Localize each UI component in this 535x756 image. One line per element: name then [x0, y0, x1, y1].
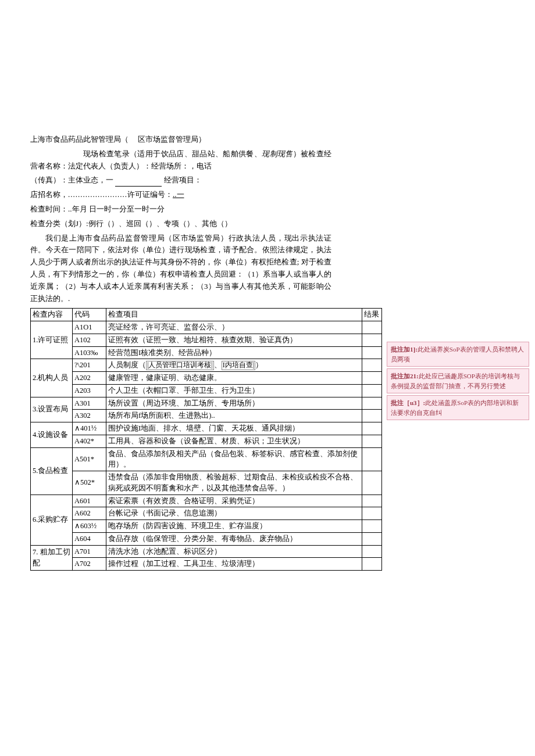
- annotation-1: 批注加1]:此处涵养炭SoP表的管理人员和禁聘人员两项: [387, 342, 529, 367]
- header-prefix: 上海市食品药品此智管理局（: [30, 135, 129, 144]
- blank-field[interactable]: [115, 179, 162, 187]
- cell-content: 5.食品检查: [31, 447, 73, 495]
- cell-item: 食品、食品添加剂及相关产品（食品包装、标签标识、感官检查、添加剂使用）。: [106, 447, 362, 471]
- cell-code: A702: [73, 558, 106, 571]
- intro-line3: 店招名称，........................许可证编号：..一: [30, 189, 331, 201]
- cell-item: 亮证经常，许可亮证、监督公示、）: [106, 321, 362, 334]
- cell-code: A302: [73, 410, 106, 422]
- table-row: 5.食品检查A501*食品、食品添加剂及相关产品（食品包装、标签标识、感官检查、…: [31, 447, 382, 471]
- cell-result[interactable]: [362, 507, 382, 520]
- intro-line1-a: 现场检查笔录（适用于饮品店、甜品站、船舶供餐、: [83, 149, 262, 158]
- annotation-3: 批注［u3］:此处涵盖原SoP表的内部培训和新法要求的自克自纠: [387, 395, 529, 420]
- cell-code: A203: [73, 384, 106, 397]
- cell-item: 围护设施I地面、排水、墙壁、门窗、天花板、通风排烟）: [106, 422, 362, 435]
- cell-code: A604: [73, 532, 106, 545]
- cell-code: A301: [73, 397, 106, 410]
- table-row: A402*工用具、容器和设备（设备配置、材质、标识；卫生状况）: [31, 435, 382, 447]
- cell-result[interactable]: [362, 422, 382, 435]
- cell-result[interactable]: [362, 471, 382, 495]
- cell-code: A202: [73, 372, 106, 385]
- table-row: 7. 粗加工切配A701清洗水池（水池配置、标识区分）: [31, 545, 382, 558]
- cell-item: 个人卫生（衣帽口罩、手部卫生、行为卫生）: [106, 384, 362, 397]
- cell-code: A701: [73, 545, 106, 558]
- cell-code: A601: [73, 495, 106, 507]
- cell-code: ∧603½: [73, 520, 106, 533]
- intro-line3-b: 许可证编号：: [127, 190, 173, 199]
- cell-content: 4.设施设备: [31, 422, 73, 448]
- boxed-text: I内培自查|: [222, 361, 255, 370]
- notice-paragraph: 我们是上海市食品药品监督管理局（区市场监管局）行政执法人员，现出示执法证件。今天…: [30, 232, 331, 305]
- cell-item: 清洗水池（水池配置、标识区分）: [106, 545, 362, 558]
- cell-result[interactable]: [362, 334, 382, 346]
- page-header: 上海市食品药品此智管理局（ 区市场监督管理局）: [30, 134, 331, 146]
- intro-line3-c: ..一: [173, 190, 184, 199]
- cell-item: 证照有效（证照一致、地址相符、核查效期、验证真伪）: [106, 334, 362, 346]
- cell-item: 人员制度（|人员管理口培训考核|、I内培自查|）: [106, 359, 362, 372]
- table-row: 3.设置布局A301场所设置（周边环境、加工场所、专用场所）: [31, 397, 382, 410]
- dotted-field[interactable]: ........................: [68, 190, 127, 199]
- annotation-3-label: 批注［u3］:: [391, 399, 425, 406]
- th-item: 检查项目: [106, 309, 362, 321]
- header-suffix: 区市场监督管理局）: [138, 135, 206, 144]
- table-row: ∧603½咆存场所（防四害设施、环境卫生、贮存温度）: [31, 520, 382, 533]
- cell-code: ∧401½: [73, 422, 106, 435]
- cell-result[interactable]: [362, 435, 382, 447]
- intro-line5: 检查分类（划J）:例行（）、巡回（）、专项（）、其他（）: [30, 218, 331, 230]
- cell-result[interactable]: [362, 410, 382, 422]
- th-content: 检查内容: [31, 309, 73, 321]
- cell-content: 6.采购贮存: [31, 495, 73, 545]
- cell-result[interactable]: [362, 384, 382, 397]
- inspection-table: 检查内容 代码 检查项目 结果 1.许可证照A1O1亮证经常，许可亮证、监督公示…: [30, 308, 382, 571]
- cell-result[interactable]: [362, 346, 382, 359]
- table-row: 1.许可证照A1O1亮证经常，许可亮证、监督公示、）: [31, 321, 382, 334]
- cell-code: ∧502*: [73, 471, 106, 495]
- cell-result[interactable]: [362, 397, 382, 410]
- cell-content: 3.设置布局: [31, 397, 73, 422]
- cell-item: 工用具、容器和设备（设备配置、材质、标识；卫生状况）: [106, 435, 362, 447]
- table-row: A602台帐记录（书面记录、信息追溯）: [31, 507, 382, 520]
- cell-code: A102: [73, 334, 106, 346]
- cell-result[interactable]: [362, 321, 382, 334]
- cell-result[interactable]: [362, 495, 382, 507]
- table-row: A203个人卫生（衣帽口罩、手部卫生、行为卫生）: [31, 384, 382, 397]
- cell-item: 健康管理，健康证明、动态健康。: [106, 372, 362, 385]
- cell-code: A501*: [73, 447, 106, 471]
- intro-line2: （传真）：主体业态，一 经营项目：: [30, 174, 331, 187]
- intro-line2-b: 经营项目：: [164, 175, 202, 184]
- intro-line3-a: 店招名称，: [30, 190, 68, 199]
- cell-content: 7. 粗加工切配: [31, 545, 73, 571]
- table-row: 2.机构人员?\201人员制度（|人员管理口培训考核|、I内培自查|）: [31, 359, 382, 372]
- cell-item: 台帐记录（书面记录、信息追溯）: [106, 507, 362, 520]
- table-row: 6.采购贮存A601索证索票（有效资质、合格证明、采购凭证）: [31, 495, 382, 507]
- cell-result[interactable]: [362, 558, 382, 571]
- cell-result[interactable]: [362, 532, 382, 545]
- cell-result[interactable]: [362, 520, 382, 533]
- cell-item: 咆存场所（防四害设施、环境卫生、贮存温度）: [106, 520, 362, 533]
- cell-result[interactable]: [362, 447, 382, 471]
- boxed-text: |人员管理口培训考核|: [146, 361, 214, 370]
- table-row: A103‰经营范围I核准类别、经营品种）: [31, 346, 382, 359]
- table-row: 4.设施设备∧401½围护设施I地面、排水、墙壁、门窗、天花板、通风排烟）: [31, 422, 382, 435]
- cell-result[interactable]: [362, 372, 382, 385]
- intro-line2-a: （传真）：主体业态，一: [30, 175, 115, 184]
- cell-item: 场所布局f场所面积、生进熟出)..: [106, 410, 362, 422]
- cell-content: 2.机构人员: [31, 359, 73, 397]
- cell-item: 违禁食品（添加非食用物质、检验超标、过期食品、未检疫或检疫不合格、病死或死因不明…: [106, 471, 362, 495]
- intro-line4: 检查时间：..年月 日一时一分至一时一分: [30, 203, 331, 216]
- cell-item: 经营范围I核准类别、经营品种）: [106, 346, 362, 359]
- annotation-2: 批注加21:此处应已涵趣原SOP表的培训考核与条例提及的监督部门抽查，不再另行赞…: [387, 368, 529, 393]
- cell-content: 1.许可证照: [31, 321, 73, 359]
- intro-line1: 现场检查笔录（适用于饮品店、甜品站、船舶供餐、现制现售）被检查经营者名称：法定代…: [30, 148, 331, 173]
- th-result: 结果: [362, 309, 382, 321]
- cell-item: 索证索票（有效资质、合格证明、采购凭证）: [106, 495, 362, 507]
- table-row: A202健康管理，健康证明、动态健康。: [31, 372, 382, 385]
- table-row: A604食品存放（临保管理、分类分架、有毒物品、废弃物品）: [31, 532, 382, 545]
- annotation-panel: 批注加1]:此处涵养炭SoP表的管理人员和禁聘人员两项 批注加21:此处应已涵趣…: [387, 342, 529, 422]
- table-row: A702操作过程（加工过程、工具卫生、垃圾清理）: [31, 558, 382, 571]
- cell-item: 操作过程（加工过程、工具卫生、垃圾清理）: [106, 558, 362, 571]
- th-code: 代码: [73, 309, 106, 321]
- cell-item: 食品存放（临保管理、分类分架、有毒物品、废弃物品）: [106, 532, 362, 545]
- cell-code: A402*: [73, 435, 106, 447]
- cell-result[interactable]: [362, 359, 382, 372]
- cell-result[interactable]: [362, 545, 382, 558]
